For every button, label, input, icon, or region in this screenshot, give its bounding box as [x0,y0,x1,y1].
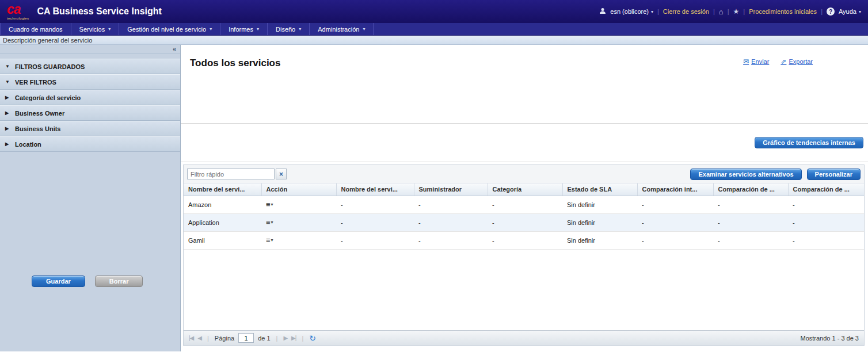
export-link-label: Exportar [789,58,813,65]
row-action-menu-icon[interactable]: ≡ ▾ [266,219,273,226]
row-action-menu-icon[interactable]: ≡ ▾ [266,201,273,208]
services-table: Nombre del servi... Acción Nombre del se… [184,183,864,250]
menu-item-administracion[interactable]: Administración ▾ [310,23,374,35]
column-header-service-name[interactable]: Nombre del servi... [184,183,261,196]
previous-page-button[interactable]: ◀ [197,335,201,341]
sidebar-section-filtros-guardados[interactable]: ▼ FILTROS GUARDADOS [0,59,180,74]
cell-comparison-de-1: - [713,231,788,249]
cell-service-name: Application [184,213,261,231]
chevron-down-icon: ▾ [363,26,365,32]
grid-toolbar: × Examinar servicios alternativos Person… [184,165,864,183]
export-link[interactable]: ⇗ Exportar [781,58,813,66]
logout-link[interactable]: Cierre de sesión [663,8,709,15]
help-menu[interactable]: Ayuda ▾ [839,8,861,15]
separator: | [302,335,303,342]
user-menu-label: esn (oblicore) [610,8,649,15]
menu-item-cuadro-de-mandos[interactable]: Cuadro de mandos [0,23,71,35]
cell-comparison-de-2: - [788,213,864,231]
menu-item-diseno[interactable]: Diseño ▾ [268,23,310,35]
separator: | [728,8,729,15]
cell-sla-status: Sin definir [562,196,637,213]
chevron-down-icon: ▾ [271,202,273,207]
cell-comparison-int: - [637,196,713,213]
column-header-action[interactable]: Acción [261,183,336,196]
chevron-down-icon: ▾ [299,26,301,32]
menu-item-label: Gestión del nivel de servicio [127,26,206,33]
separator: | [713,8,715,15]
menu-item-label: Administración [318,26,359,33]
column-header-category[interactable]: Categoría [488,183,562,196]
page-of-label: de 1 [258,335,270,342]
row-action-menu-icon[interactable]: ≡ ▾ [266,236,273,244]
column-header-comparison-de-2[interactable]: Comparación de ... [788,183,864,196]
page-number-input[interactable] [238,333,254,343]
chevron-down-icon: ▾ [271,238,273,243]
menu-item-gestion-nivel-servicio[interactable]: Gestión del nivel de servicio ▾ [119,23,220,35]
collapse-icon: « [173,45,176,52]
cell-action: ≡ ▾ [261,213,336,231]
pagination-bar: |◀ ◀ | Página de 1 | ▶ ▶| | ↻ Mostrando … [184,330,864,345]
triangle-right-icon: ▶ [5,110,11,116]
sidebar-section-categoria-servicio[interactable]: ▶ Categoría del servicio [0,90,180,105]
table-row[interactable]: Gamil ≡ ▾ - - - Sin definir - [184,231,864,249]
cell-service-name: Gamil [184,231,261,249]
cell-supplier: - [414,213,488,231]
menu-lines-icon: ≡ [266,219,271,226]
cell-comparison-int: - [637,231,713,249]
sidebar-sections: ▼ FILTROS GUARDADOS ▼ VER FILTROS ▶ Cate… [0,59,180,152]
sidebar-section-ver-filtros[interactable]: ▼ VER FILTROS [0,74,180,90]
page-title: Todos los servicios [190,58,280,69]
sidebar-buttons: Guardar Borrar [32,276,143,287]
last-page-button[interactable]: ▶| [291,335,296,341]
send-link[interactable]: ✉ Enviar [743,58,769,66]
getting-started-link[interactable]: Procedimientos iniciales [749,8,817,15]
main-panel: Todos los servicios ✉ Enviar ⇗ Exportar … [181,45,868,351]
internal-trend-chart-button[interactable]: Gráfico de tendencias internas [755,137,863,148]
column-header-sla-status[interactable]: Estado de SLA [562,183,637,196]
app-header: ca technologies CA Business Service Insi… [0,0,868,23]
first-page-button[interactable]: |◀ [189,335,193,341]
column-header-comparison-de-1[interactable]: Comparación de ... [713,183,788,196]
column-header-service-name-2[interactable]: Nombre del servi... [336,183,414,196]
triangle-right-icon: ▶ [5,95,11,100]
cell-comparison-de-1: - [713,196,788,213]
menu-lines-icon: ≡ [266,236,271,244]
menu-item-informes[interactable]: Informes ▾ [220,23,268,35]
help-icon[interactable]: ? [827,7,835,16]
cell-comparison-de-1: - [713,213,788,231]
menu-item-servicios[interactable]: Servicios ▾ [71,23,120,35]
triangle-down-icon: ▼ [5,79,11,85]
triangle-right-icon: ▶ [5,141,11,147]
send-link-label: Enviar [751,58,769,65]
examine-alternative-services-button[interactable]: Examinar servicios alternativos [690,169,801,180]
favorites-star-icon[interactable]: ★ [733,8,740,15]
home-icon[interactable]: ⌂ [719,8,724,16]
ca-logo-mark: ca [7,3,29,16]
header-actions: esn (oblicore) ▾ | Cierre de sesión | ⌂ … [599,7,861,16]
refresh-icon[interactable]: ↻ [309,334,316,342]
column-header-supplier[interactable]: Suministrador [414,183,488,196]
quick-filter-input[interactable] [187,169,275,179]
separator: | [207,335,209,342]
table-row[interactable]: Amazon ≡ ▾ - - - Sin definir - [184,196,864,213]
cell-comparison-int: - [637,213,713,231]
column-header-comparison-int[interactable]: Comparación int... [637,183,713,196]
personalize-button[interactable]: Personalizar [807,169,861,180]
ca-logo-sub: technologies [7,17,29,20]
clear-filter-x-button[interactable]: × [276,169,287,179]
separator: | [821,8,823,15]
cell-provider-name: - [336,196,414,213]
sidebar-section-location[interactable]: ▶ Location [0,136,180,152]
breadcrumb: Descripción general del servicio [0,36,868,45]
user-menu[interactable]: esn (oblicore) ▾ [610,8,653,15]
clear-filter-button[interactable]: Borrar [95,276,143,287]
menu-item-label: Servicios [79,26,105,33]
sidebar-section-business-units[interactable]: ▶ Business Units [0,121,180,136]
sidebar-collapse-button[interactable]: « [0,45,180,53]
ca-logo: ca technologies [7,3,29,20]
sidebar-section-business-owner[interactable]: ▶ Business Owner [0,105,180,121]
save-filter-button[interactable]: Guardar [32,276,85,287]
next-page-button[interactable]: ▶ [283,335,287,341]
table-row[interactable]: Application ≡ ▾ - - - Sin definir [184,213,864,231]
section-label: FILTROS GUARDADOS [15,63,85,70]
